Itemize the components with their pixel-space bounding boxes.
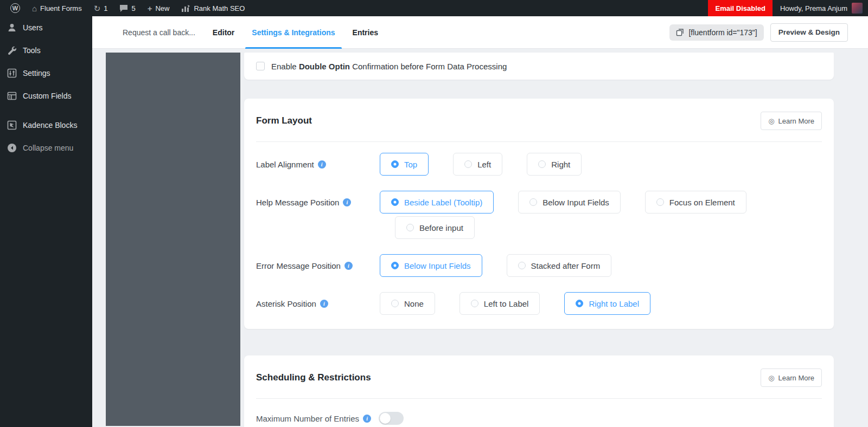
- shortcode-copy-button[interactable]: [fluentform id="173"]: [669, 24, 763, 41]
- kadence-blocks-icon: [7, 120, 17, 131]
- radio-icon: [529, 198, 537, 206]
- form-layout-title: Form Layout: [256, 115, 312, 126]
- option-focus-on-element[interactable]: Focus on Element: [645, 191, 746, 214]
- admin-bar-left: W ⌂ Fluent Forms ↻ 1 5 + New: [0, 0, 251, 16]
- option-stacked-after-form[interactable]: Stacked after Form: [507, 254, 612, 277]
- option-right[interactable]: Right: [527, 153, 582, 176]
- settings-cards: Enable Double Optin Confirmation before …: [244, 53, 834, 427]
- sidebar-item-tools[interactable]: Tools: [0, 39, 92, 62]
- updates-menu[interactable]: ↻ 1: [88, 0, 114, 16]
- option-left[interactable]: Left: [453, 153, 502, 176]
- radio-icon: [518, 262, 526, 269]
- sidebar-item-kadence-blocks[interactable]: Kadence Blocks: [0, 114, 92, 137]
- rank-math-icon: [181, 4, 190, 12]
- label-alignment-row: Label Alignment i Top: [256, 153, 822, 176]
- comments-icon: [119, 4, 128, 12]
- admin-bar-right: Email Disabled Howdy, Prema Anjum: [708, 0, 868, 16]
- shortcode-label: [fluentform id="173"]: [688, 28, 757, 37]
- tab-form-title[interactable]: Request a call back...: [114, 16, 204, 48]
- rank-math-menu[interactable]: Rank Math SEO: [175, 0, 251, 16]
- max-entries-row: Maximum Number of Entries i: [244, 399, 834, 425]
- option-before-input[interactable]: Before input: [395, 216, 475, 239]
- double-optin-checkbox[interactable]: [256, 62, 265, 70]
- plus-icon: +: [148, 4, 152, 12]
- new-label: New: [155, 4, 169, 12]
- howdy-label: Howdy, Prema Anjum: [780, 4, 847, 12]
- radio-icon: [391, 160, 399, 168]
- option-top[interactable]: Top: [380, 153, 429, 176]
- tab-settings-integrations[interactable]: Settings & Integrations: [243, 16, 343, 48]
- help-message-position-label: Help Message Position i: [256, 191, 380, 214]
- option-below-input-fields-error[interactable]: Below Input Fields: [380, 254, 482, 277]
- info-icon[interactable]: i: [343, 198, 351, 206]
- avatar: [852, 3, 863, 14]
- collapse-menu-button[interactable]: Collapse menu: [0, 137, 92, 159]
- radio-icon: [464, 160, 472, 168]
- double-optin-card: Enable Double Optin Confirmation before …: [244, 53, 834, 80]
- form-layout-learn-more-button[interactable]: ◎ Learn More: [761, 112, 822, 130]
- site-name-menu[interactable]: ⌂ Fluent Forms: [26, 0, 88, 16]
- error-message-position-row: Error Message Position i Below Input Fie…: [256, 254, 822, 277]
- info-icon[interactable]: i: [318, 160, 326, 169]
- site-name-label: Fluent Forms: [40, 4, 82, 12]
- radio-icon: [391, 300, 399, 307]
- form-layout-body: Label Alignment i Top: [244, 142, 834, 329]
- help-circle-icon: ◎: [768, 374, 774, 382]
- wordpress-logo-icon: W: [10, 3, 20, 13]
- tools-icon: [7, 45, 17, 56]
- wp-logo-menu[interactable]: W: [4, 0, 26, 16]
- option-below-input-fields[interactable]: Below Input Fields: [518, 191, 621, 214]
- wp-side-menu: Users Tools Settings Custom Fields: [0, 16, 92, 427]
- tab-editor[interactable]: Editor: [204, 16, 243, 48]
- scheduling-restrictions-card: Scheduling & Restrictions ◎ Learn More M…: [244, 355, 834, 427]
- wp-admin-bar: W ⌂ Fluent Forms ↻ 1 5 + New: [0, 0, 868, 16]
- radio-icon: [406, 224, 414, 231]
- double-optin-label[interactable]: Enable Double Optin Confirmation before …: [271, 62, 507, 71]
- sidebar-item-label: Users: [23, 23, 43, 32]
- comments-menu[interactable]: 5: [113, 0, 141, 16]
- info-icon[interactable]: i: [363, 415, 371, 423]
- option-beside-label-tooltip[interactable]: Beside Label (Tooltip): [380, 191, 494, 214]
- radio-icon: [576, 300, 583, 307]
- users-icon: [7, 22, 17, 33]
- option-none[interactable]: None: [380, 292, 435, 315]
- form-tab-bar: Request a call back... Editor Settings &…: [92, 16, 868, 49]
- scheduling-learn-more-button[interactable]: ◎ Learn More: [761, 368, 822, 387]
- account-menu[interactable]: Howdy, Prema Anjum: [773, 0, 868, 16]
- custom-fields-icon: [7, 90, 17, 101]
- settings-content: Enable Double Optin Confirmation before …: [92, 49, 868, 427]
- rank-math-label: Rank Math SEO: [194, 4, 245, 12]
- home-icon: ⌂: [32, 4, 37, 12]
- info-icon[interactable]: i: [320, 300, 328, 308]
- scheduling-title: Scheduling & Restrictions: [256, 372, 371, 383]
- asterisk-position-label: Asterisk Position i: [256, 292, 380, 315]
- max-entries-toggle[interactable]: [379, 412, 404, 425]
- info-icon[interactable]: i: [344, 262, 353, 270]
- option-left-to-label[interactable]: Left to Label: [459, 292, 540, 315]
- form-layout-header: Form Layout ◎ Learn More: [244, 99, 834, 130]
- error-message-position-label: Error Message Position i: [256, 254, 380, 277]
- max-entries-label: Maximum Number of Entries i: [256, 414, 371, 423]
- label-alignment-label: Label Alignment i: [256, 153, 380, 176]
- settings-nav-panel: [106, 53, 240, 426]
- updates-count: 1: [104, 4, 107, 12]
- new-content-menu[interactable]: + New: [142, 0, 176, 16]
- radio-icon: [538, 160, 546, 168]
- sidebar-item-custom-fields[interactable]: Custom Fields: [0, 85, 92, 107]
- updates-icon: ↻: [94, 4, 101, 12]
- tab-actions: [fluentform id="173"] Preview & Design: [669, 16, 848, 48]
- radio-icon: [391, 198, 399, 206]
- preview-design-button[interactable]: Preview & Design: [770, 23, 848, 42]
- asterisk-position-row: Asterisk Position i None: [256, 292, 822, 315]
- sidebar-item-users[interactable]: Users: [0, 16, 92, 39]
- sidebar-item-settings[interactable]: Settings: [0, 62, 92, 85]
- sidebar-item-label: Custom Fields: [23, 92, 71, 100]
- option-right-to-label[interactable]: Right to Label: [564, 292, 650, 315]
- help-message-position-row: Help Message Position i Beside Label (To…: [256, 191, 822, 239]
- help-circle-icon: ◎: [768, 117, 774, 125]
- copy-icon: [676, 28, 684, 36]
- sidebar-item-label: Tools: [23, 46, 41, 55]
- email-disabled-badge[interactable]: Email Disabled: [708, 0, 772, 16]
- tab-entries[interactable]: Entries: [344, 16, 387, 48]
- sidebar-item-label: Collapse menu: [23, 144, 73, 152]
